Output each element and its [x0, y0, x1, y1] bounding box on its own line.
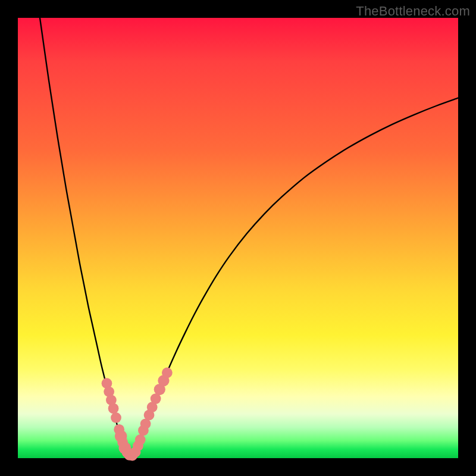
data-marker [162, 368, 173, 378]
marker-layer [102, 368, 173, 461]
curve-right-branch [132, 98, 458, 456]
curve-layer [40, 18, 458, 456]
curve-left-branch [40, 18, 128, 456]
data-marker [135, 434, 146, 445]
chart-svg [18, 18, 458, 458]
watermark-text: TheBottleneck.com [356, 4, 470, 19]
plot-area [18, 18, 458, 458]
outer-frame: TheBottleneck.com [0, 0, 476, 476]
data-marker [111, 412, 121, 423]
data-marker [108, 403, 119, 414]
